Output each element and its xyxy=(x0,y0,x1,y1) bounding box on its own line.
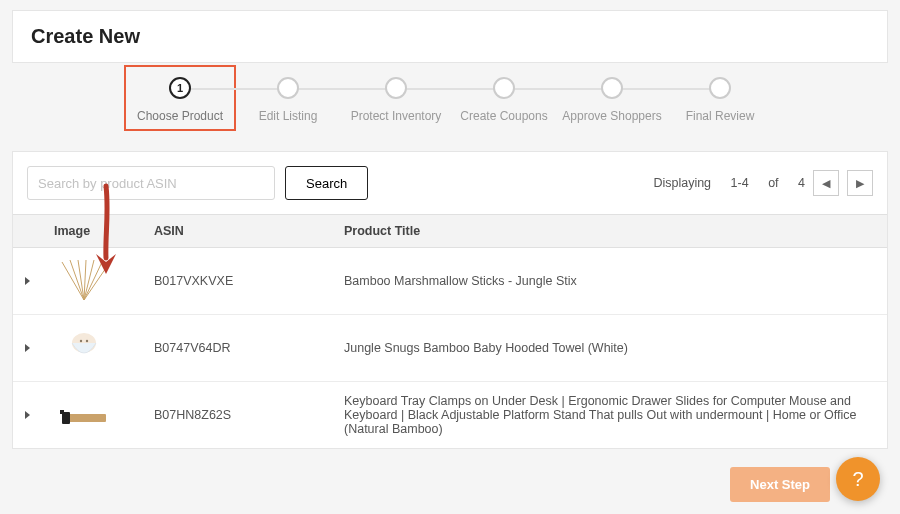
step-protect-inventory[interactable]: Protect Inventory xyxy=(342,77,450,123)
step-choose-product[interactable]: 1 Choose Product xyxy=(126,77,234,123)
table-controls: Search Displaying 1-4 of 4 ◀ ▶ xyxy=(13,152,887,214)
product-thumbnail xyxy=(54,327,114,369)
step-approve-shoppers[interactable]: Approve Shoppers xyxy=(558,77,666,123)
expand-icon[interactable] xyxy=(25,411,30,419)
product-thumbnail xyxy=(54,394,114,436)
cell-asin: B07HN8Z62S xyxy=(142,382,332,449)
cell-title: Bamboo Marshmallow Sticks - Jungle Stix xyxy=(332,248,887,315)
search-button[interactable]: Search xyxy=(285,166,368,200)
step-circle xyxy=(385,77,407,99)
page-header: Create New xyxy=(12,10,888,63)
step-label: Final Review xyxy=(686,109,755,123)
expand-icon[interactable] xyxy=(25,277,30,285)
col-expand-header xyxy=(13,215,42,248)
step-label: Edit Listing xyxy=(259,109,318,123)
product-table: Image ASIN Product Title xyxy=(13,214,887,448)
help-fab-button[interactable]: ? xyxy=(836,457,880,501)
step-circle xyxy=(709,77,731,99)
cell-title: Jungle Snugs Bamboo Baby Hooded Towel (W… xyxy=(332,315,887,382)
svg-rect-10 xyxy=(66,414,106,422)
col-image-header: Image xyxy=(42,215,142,248)
next-step-button[interactable]: Next Step xyxy=(730,467,830,502)
table-row[interactable]: B07HN8Z62S Keyboard Tray Clamps on Under… xyxy=(13,382,887,449)
footer: Next Step ? xyxy=(12,449,888,509)
step-label: Create Coupons xyxy=(460,109,547,123)
page-title: Create New xyxy=(31,25,869,48)
table-row[interactable]: B017VXKVXE Bamboo Marshmallow Sticks - J… xyxy=(13,248,887,315)
pager-next-button[interactable]: ▶ xyxy=(847,170,873,196)
pager-total: 4 xyxy=(798,176,805,190)
col-title-header: Product Title xyxy=(332,215,887,248)
cell-asin: B017VXKVXE xyxy=(142,248,332,315)
step-circle: 1 xyxy=(169,77,191,99)
cell-title: Keyboard Tray Clamps on Under Desk | Erg… xyxy=(332,382,887,449)
product-table-card: Search Displaying 1-4 of 4 ◀ ▶ Image ASI… xyxy=(12,151,888,449)
svg-rect-12 xyxy=(60,410,64,414)
pager-range: 1-4 xyxy=(731,176,749,190)
svg-point-8 xyxy=(80,340,82,342)
svg-point-9 xyxy=(86,340,88,342)
svg-line-6 xyxy=(84,265,108,300)
help-icon: ? xyxy=(852,468,863,491)
step-label: Approve Shoppers xyxy=(562,109,661,123)
expand-icon[interactable] xyxy=(25,344,30,352)
table-row[interactable]: B0747V64DR Jungle Snugs Bamboo Baby Hood… xyxy=(13,315,887,382)
pager-of-label: of xyxy=(768,176,778,190)
step-label: Protect Inventory xyxy=(351,109,442,123)
pager-prev-button[interactable]: ◀ xyxy=(813,170,839,196)
cell-asin: B0747V64DR xyxy=(142,315,332,382)
step-final-review[interactable]: Final Review xyxy=(666,77,774,123)
step-circle xyxy=(277,77,299,99)
pager-displaying-label: Displaying xyxy=(653,176,711,190)
step-label: Choose Product xyxy=(137,109,223,123)
search-input[interactable] xyxy=(27,166,275,200)
stepper: 1 Choose Product Edit Listing Protect In… xyxy=(12,77,888,123)
step-create-coupons[interactable]: Create Coupons xyxy=(450,77,558,123)
col-asin-header: ASIN xyxy=(142,215,332,248)
step-circle xyxy=(601,77,623,99)
step-circle xyxy=(493,77,515,99)
pager: Displaying 1-4 of 4 ◀ ▶ xyxy=(653,170,873,196)
svg-line-5 xyxy=(84,262,102,300)
product-thumbnail xyxy=(54,260,114,302)
step-edit-listing[interactable]: Edit Listing xyxy=(234,77,342,123)
